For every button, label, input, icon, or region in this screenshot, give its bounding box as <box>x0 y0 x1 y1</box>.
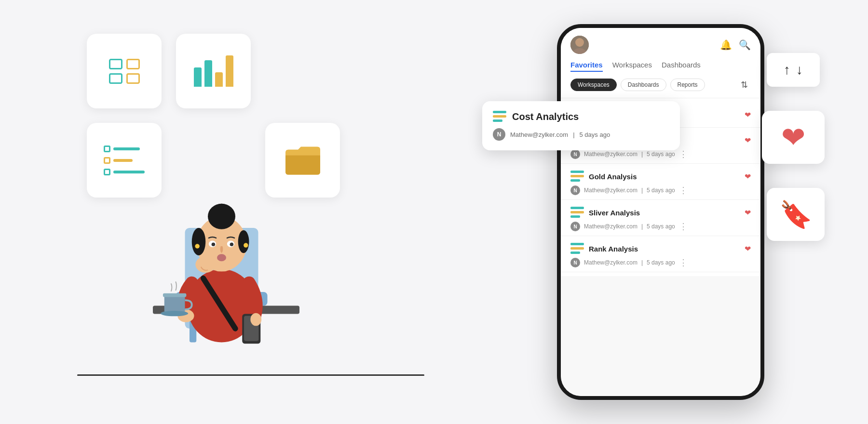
grid-cell-3 <box>109 73 122 84</box>
chip-dashboards[interactable]: Dashboards <box>621 79 666 91</box>
person-illustration <box>77 135 444 405</box>
svg-rect-25 <box>163 293 186 297</box>
item-top-3: Gold Analysis ❤ <box>570 171 751 182</box>
ri-line-2 <box>493 115 506 118</box>
item-sep-4: | <box>641 223 643 230</box>
grid-cell-2 <box>126 59 140 69</box>
item-left-4: Sliver Analysis <box>570 207 640 218</box>
item-email-3: Mathew@zylker.com <box>584 187 637 194</box>
item-sep-5: | <box>641 259 643 266</box>
cost-time: 5 days ago <box>580 131 610 138</box>
heart-large-icon: ❤ <box>781 120 805 154</box>
filter-chips: Workspaces Dashboards Reports <box>570 79 705 91</box>
user-avatar[interactable] <box>570 36 589 54</box>
more-dots-3[interactable]: ⋮ <box>679 185 688 196</box>
report-icon-5 <box>570 243 584 254</box>
cost-analytics-title: Cost Analytics <box>512 111 579 122</box>
list-item[interactable]: Sliver Analysis ❤ N Mathew@zylker.com | … <box>561 200 760 236</box>
search-icon[interactable]: 🔍 <box>739 39 751 51</box>
item-email-4: Mathew@zylker.com <box>584 223 637 230</box>
item-sep-2: | <box>641 151 643 158</box>
item-title-4: Sliver Analysis <box>589 209 640 217</box>
ri-line-1 <box>493 111 506 113</box>
item-time-2: 5 days ago <box>647 151 675 158</box>
item-time-4: 5 days ago <box>647 223 675 230</box>
favorite-icon-1[interactable]: ❤ <box>745 110 751 119</box>
report-icon-4 <box>570 207 584 218</box>
cost-avatar: N <box>493 128 505 141</box>
svg-point-15 <box>230 242 234 246</box>
phone-header: 🔔 🔍 Favorites Workspaces Dashboards Work <box>561 28 760 98</box>
phone-inner: 🔔 🔍 Favorites Workspaces Dashboards Work <box>561 28 760 396</box>
phone-mockup: 🔔 🔍 Favorites Workspaces Dashboards Work <box>557 24 764 400</box>
grid-icon <box>109 59 140 84</box>
svg-point-9 <box>213 204 230 220</box>
cost-email: Mathew@zylker.com <box>510 131 568 138</box>
main-container: ↑ ↓ ❤ 🔖 Cost Analytics N Mathew@zylke <box>0 0 868 424</box>
item-avatar-3: N <box>570 186 580 195</box>
svg-point-26 <box>161 311 188 316</box>
item-top-4: Sliver Analysis ❤ <box>570 207 751 218</box>
chip-workspaces[interactable]: Workspaces <box>570 79 617 91</box>
cost-analytics-card: Cost Analytics N Mathew@zylker.com | 5 d… <box>482 101 680 150</box>
item-time-3: 5 days ago <box>647 187 675 194</box>
item-left-5: Rank Analysis <box>570 243 638 254</box>
cost-analytics-header: Cost Analytics <box>493 111 669 122</box>
item-email-5: Mathew@zylker.com <box>584 259 637 266</box>
bar-3 <box>215 72 223 87</box>
tab-favorites[interactable]: Favorites <box>570 61 603 72</box>
arrow-up-icon: ↑ <box>784 62 790 78</box>
item-avatar-2: N <box>570 149 580 159</box>
item-email-2: Mathew@zylker.com <box>584 151 637 158</box>
nav-tabs: Favorites Workspaces Dashboards <box>570 61 751 72</box>
grid-cell-4 <box>126 73 140 84</box>
person-svg <box>125 135 309 376</box>
ri-line-3 <box>493 119 502 122</box>
favorite-icon-4[interactable]: ❤ <box>745 208 751 217</box>
more-dots-4[interactable]: ⋮ <box>679 221 688 232</box>
bar-chart-icon-card <box>176 34 251 108</box>
sort-arrows-card[interactable]: ↑ ↓ <box>767 53 820 87</box>
item-meta-5: N Mathew@zylker.com | 5 days ago ⋮ <box>570 257 751 268</box>
notification-icon[interactable]: 🔔 <box>720 39 732 51</box>
item-meta-2: N Mathew@zylker.com | 5 days ago ⋮ <box>570 149 751 159</box>
svg-point-17 <box>195 244 200 249</box>
list-item[interactable]: Rank Analysis ❤ N Mathew@zylker.com | 5 … <box>561 236 760 272</box>
item-time-5: 5 days ago <box>647 259 675 266</box>
heart-card[interactable]: ❤ <box>762 111 825 164</box>
grid-cell-1 <box>109 59 122 69</box>
svg-point-16 <box>217 254 226 261</box>
cost-analytics-meta: N Mathew@zylker.com | 5 days ago <box>493 128 669 141</box>
favorite-icon-3[interactable]: ❤ <box>745 172 751 181</box>
tab-workspaces[interactable]: Workspaces <box>612 61 652 72</box>
svg-point-11 <box>238 230 249 253</box>
right-section: ↑ ↓ ❤ 🔖 Cost Analytics N Mathew@zylke <box>492 14 829 410</box>
grid-icon-card <box>87 34 162 108</box>
bar-2 <box>204 60 212 87</box>
item-avatar-4: N <box>570 222 580 231</box>
list-item[interactable]: Gold Analysis ❤ N Mathew@zylker.com | 5 … <box>561 164 760 200</box>
favorite-icon-5[interactable]: ❤ <box>745 244 751 253</box>
cost-separator: | <box>573 131 574 138</box>
tab-dashboards[interactable]: Dashboards <box>662 61 701 72</box>
bar-4 <box>226 55 233 87</box>
chip-reports[interactable]: Reports <box>670 79 705 91</box>
favorite-icon-2[interactable]: ❤ <box>745 136 751 145</box>
svg-point-14 <box>212 242 216 246</box>
item-sep-3: | <box>641 187 643 194</box>
bookmark-card[interactable]: 🔖 <box>767 188 825 241</box>
bookmark-large-icon: 🔖 <box>779 199 813 230</box>
svg-point-18 <box>244 243 248 247</box>
more-dots-5[interactable]: ⋮ <box>679 257 688 268</box>
sort-button[interactable]: ⇅ <box>738 78 751 92</box>
item-avatar-5: N <box>570 258 580 267</box>
bar-1 <box>194 67 202 87</box>
chips-row: Workspaces Dashboards Reports ⇅ <box>570 78 751 92</box>
report-icon <box>493 111 506 122</box>
item-meta-4: N Mathew@zylker.com | 5 days ago ⋮ <box>570 221 751 232</box>
item-meta-3: N Mathew@zylker.com | 5 days ago ⋮ <box>570 185 751 196</box>
item-left-3: Gold Analysis <box>570 171 637 182</box>
more-dots-2[interactable]: ⋮ <box>679 149 688 159</box>
arrow-down-icon: ↓ <box>796 62 803 78</box>
item-title-5: Rank Analysis <box>589 245 638 253</box>
